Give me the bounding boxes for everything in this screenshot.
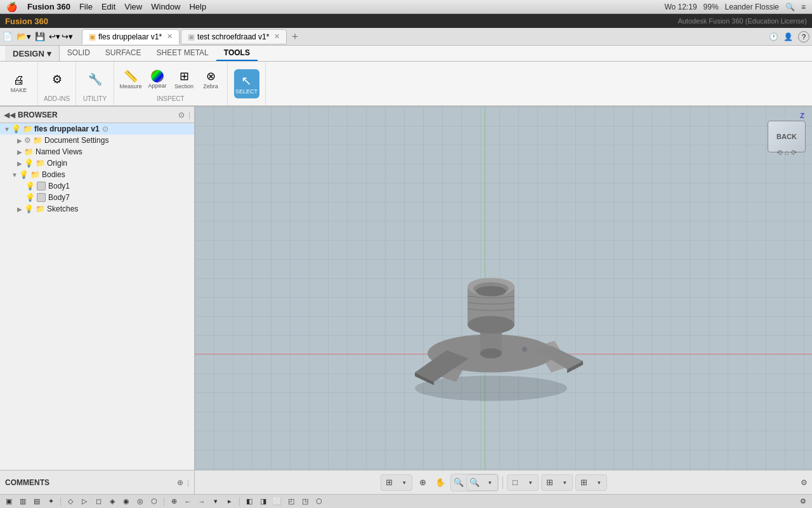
body1-visibility-icon[interactable]: 💡 xyxy=(25,182,35,190)
app-menu-view[interactable]: View xyxy=(124,2,142,11)
save-icon[interactable]: 💾 xyxy=(35,32,45,41)
undo-icon[interactable]: ↩▾ xyxy=(49,32,60,41)
root-visibility-icon[interactable]: 💡 xyxy=(11,124,21,133)
user-avatar[interactable]: 👤 xyxy=(783,32,793,41)
viewport-3d[interactable]: Z BACK ⟲ ⌂ ⟳ xyxy=(195,107,812,470)
named-views-arrow[interactable]: ▶ xyxy=(15,149,24,156)
redo-icon[interactable]: ↪▾ xyxy=(62,32,73,41)
tab-fles-druppelaar[interactable]: ▣ fles druppelaar v1* ✕ xyxy=(82,29,180,44)
tree-body7[interactable]: 💡 Body7 xyxy=(0,192,194,203)
root-expand-arrow[interactable]: ▼ xyxy=(3,126,11,133)
viewcube-home[interactable]: ⌂ xyxy=(785,149,789,156)
measure-tool[interactable]: 📏 Measure xyxy=(118,65,143,94)
mac-notifications-icon[interactable]: ≡ xyxy=(801,3,806,11)
sketches-arrow[interactable]: ▶ xyxy=(15,206,24,213)
tab-schroefdraad[interactable]: ▣ test schroefdraad v1* ✕ xyxy=(181,29,287,44)
viewcube[interactable]: Z BACK ⟲ ⌂ ⟳ xyxy=(761,113,806,157)
viewcube-rotate-right[interactable]: ⟳ xyxy=(791,149,797,157)
tab-solid[interactable]: SOLID xyxy=(60,46,98,61)
footer-tool-10[interactable]: ◎ xyxy=(134,496,147,507)
tree-origin[interactable]: ▶ 💡 📁 Origin xyxy=(0,157,194,169)
make-tool-button[interactable]: 🖨 MAKE xyxy=(6,69,32,98)
new-file-icon[interactable]: 📄 xyxy=(3,32,13,41)
tree-named-views[interactable]: ▶ 📁 Named Views xyxy=(0,146,194,157)
viewport-settings-button[interactable]: ⚙ xyxy=(796,474,812,491)
view-tool-2[interactable]: ⊞ xyxy=(576,475,591,490)
footer-tool-12[interactable]: ⊕ xyxy=(167,496,180,507)
design-dropdown-button[interactable]: DESIGN ▾ xyxy=(5,46,60,61)
footer-tool-19[interactable]: ⬜ xyxy=(271,496,284,507)
view-dropdown-2[interactable]: ▾ xyxy=(591,475,606,490)
viewcube-rotate-left[interactable]: ⟲ xyxy=(776,149,782,157)
footer-tool-22[interactable]: ⬡ xyxy=(313,496,325,507)
tab-surface[interactable]: SURFACE xyxy=(98,46,149,61)
footer-tool-9[interactable]: ◉ xyxy=(120,496,133,507)
zebra-tool[interactable]: ⊗ Zebra xyxy=(198,65,223,94)
addins-tool-button[interactable]: ⚙ xyxy=(44,65,70,94)
footer-tool-18[interactable]: ◨ xyxy=(257,496,270,507)
zoom-fit-tool[interactable]: 🔍 xyxy=(451,475,466,490)
mac-search-icon[interactable]: 🔍 xyxy=(785,3,795,11)
tree-document-settings[interactable]: ▶ ⚙ 📁 Document Settings xyxy=(0,135,194,146)
history-icon[interactable]: 🕐 xyxy=(769,32,778,41)
footer-tool-6[interactable]: ▷ xyxy=(78,496,91,507)
comments-add-icon[interactable]: ⊕ xyxy=(177,478,183,487)
bodies-arrow[interactable]: ▼ xyxy=(10,171,19,178)
tab-tools[interactable]: TOOLS xyxy=(216,46,258,61)
zoom-dropdown-arrow[interactable]: ▾ xyxy=(482,475,497,490)
tree-root-item[interactable]: ▼ 💡 📁 fles druppelaar v1 ⊙ xyxy=(0,123,194,135)
app-menu-fusion[interactable]: Fusion 360 xyxy=(27,2,70,11)
footer-tool-11[interactable]: ⬡ xyxy=(148,496,160,507)
bodies-visibility-icon[interactable]: 💡 xyxy=(19,170,29,179)
footer-tool-3[interactable]: ▤ xyxy=(30,496,43,507)
footer-tool-8[interactable]: ◈ xyxy=(106,496,119,507)
open-file-icon[interactable]: 📂▾ xyxy=(16,32,31,41)
app-menu-window[interactable]: Window xyxy=(151,2,180,11)
footer-tool-20[interactable]: ◰ xyxy=(285,496,298,507)
app-menu-edit[interactable]: Edit xyxy=(102,2,115,11)
browser-search-icon[interactable]: ⊙ xyxy=(178,110,185,119)
tree-sketches[interactable]: ▶ 💡 📁 Sketches xyxy=(0,203,194,215)
display-mode-tool[interactable]: □ xyxy=(508,475,523,490)
tree-bodies[interactable]: ▼ 💡 📁 Bodies xyxy=(0,169,194,180)
origin-arrow[interactable]: ▶ xyxy=(15,160,24,167)
footer-tool-15[interactable]: ▾ xyxy=(209,496,222,507)
footer-tool-2[interactable]: ▥ xyxy=(16,496,29,507)
doc-settings-arrow[interactable]: ▶ xyxy=(15,137,24,144)
body7-visibility-icon[interactable]: 💡 xyxy=(25,193,35,202)
footer-tool-select[interactable]: ▣ xyxy=(3,496,15,507)
footer-settings-button[interactable]: ⚙ xyxy=(797,496,809,507)
select-tool-button[interactable]: ↖ SELECT xyxy=(234,69,259,98)
sketches-visibility-icon[interactable]: 💡 xyxy=(24,204,34,213)
help-icon[interactable]: ? xyxy=(798,31,809,43)
tab-sheet-metal[interactable]: SHEET METAL xyxy=(149,46,216,61)
display-dropdown[interactable]: ▾ xyxy=(523,475,538,490)
grid-tool[interactable]: ⊞ xyxy=(542,475,557,490)
app-menu-help[interactable]: Help xyxy=(189,2,206,11)
footer-tool-13[interactable]: ← xyxy=(181,496,194,507)
new-tab-button[interactable]: ＋ xyxy=(288,30,302,44)
snap-tool[interactable]: ⊞ xyxy=(381,475,396,490)
snap-dropdown[interactable]: ▾ xyxy=(396,475,412,490)
tab-close-fles[interactable]: ✕ xyxy=(167,32,173,41)
footer-tool-21[interactable]: ◳ xyxy=(299,496,311,507)
section-tool[interactable]: ⊞ Section xyxy=(171,65,197,94)
footer-tool-5[interactable]: ◇ xyxy=(64,496,77,507)
tab-close-schroe[interactable]: ✕ xyxy=(274,32,280,41)
appearance-tool[interactable]: Appear xyxy=(145,65,170,94)
footer-tool-4[interactable]: ✦ xyxy=(44,496,57,507)
tree-body1[interactable]: 💡 Body1 xyxy=(0,180,194,192)
grid-dropdown[interactable]: ▾ xyxy=(557,475,572,490)
footer-tool-16[interactable]: ▸ xyxy=(223,496,236,507)
zoom-tool[interactable]: 🔍 xyxy=(467,475,482,490)
footer-tool-17[interactable]: ◧ xyxy=(243,496,256,507)
footer-tool-7[interactable]: ◻ xyxy=(92,496,105,507)
utility-tool-button[interactable]: 🔧 xyxy=(82,65,108,94)
pan-tool[interactable]: ✋ xyxy=(433,475,448,490)
origin-visibility-icon[interactable]: 💡 xyxy=(24,159,34,168)
browser-collapse-arrow[interactable]: ◀◀ xyxy=(4,110,15,119)
orbit-tool[interactable]: ⊕ xyxy=(415,475,430,490)
apple-menu[interactable]: 🍎 xyxy=(6,2,17,12)
footer-tool-14[interactable]: → xyxy=(195,496,208,507)
app-menu-file[interactable]: File xyxy=(79,2,93,11)
